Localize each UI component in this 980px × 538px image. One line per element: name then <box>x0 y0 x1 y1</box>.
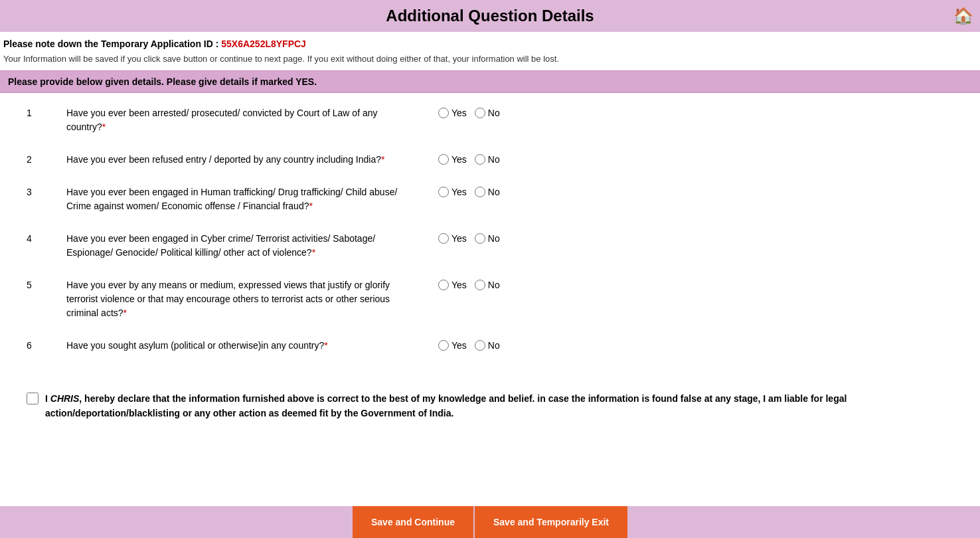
radio-group-6: Yes No <box>438 339 544 351</box>
radio-no-1[interactable] <box>475 108 485 118</box>
radio-yes-label-3[interactable]: Yes <box>438 187 467 197</box>
yes-label-6: Yes <box>451 340 467 351</box>
question-text-1: Have you ever been arrested/ prosecuted/… <box>66 106 412 134</box>
app-id-value: 55X6A252L8YFPCJ <box>221 39 306 49</box>
question-row: 3 Have you ever been engaged in Human tr… <box>27 185 953 213</box>
radio-yes-label-5[interactable]: Yes <box>438 280 467 290</box>
no-label-2: No <box>488 154 500 165</box>
declaration-name: CHRIS <box>50 393 80 404</box>
radio-yes-label-2[interactable]: Yes <box>438 154 467 165</box>
declaration-section: I CHRIS, hereby declare that the informa… <box>0 385 980 434</box>
yes-label-1: Yes <box>451 108 467 118</box>
required-marker-1: * <box>102 122 106 132</box>
radio-yes-5[interactable] <box>438 280 449 290</box>
radio-yes-2[interactable] <box>438 154 449 165</box>
save-exit-button[interactable]: Save and Temporarily Exit <box>475 506 627 538</box>
radio-no-4[interactable] <box>475 233 485 244</box>
declaration-text: I CHRIS, hereby declare that the informa… <box>45 391 953 421</box>
radio-group-5: Yes No <box>438 278 544 290</box>
no-label-1: No <box>488 108 500 118</box>
radio-no-5[interactable] <box>475 280 485 290</box>
radio-yes-label-1[interactable]: Yes <box>438 108 467 118</box>
yes-label-3: Yes <box>451 187 467 197</box>
question-row: 4 Have you ever been engaged in Cyber cr… <box>27 232 953 260</box>
question-row: 5 Have you ever by any means or medium, … <box>27 278 953 320</box>
question-number-4: 4 <box>27 232 66 244</box>
radio-no-3[interactable] <box>475 187 485 197</box>
radio-yes-6[interactable] <box>438 340 449 351</box>
radio-group-1: Yes No <box>438 106 544 118</box>
app-id-label: Please note down the Temporary Applicati… <box>3 39 218 49</box>
radio-group-3: Yes No <box>438 185 544 197</box>
question-number-3: 3 <box>27 185 66 197</box>
header-bar: Additional Question Details 🏠 <box>0 0 980 32</box>
question-text-5: Have you ever by any means or medium, ex… <box>66 278 412 320</box>
radio-no-label-6[interactable]: No <box>475 340 500 351</box>
required-marker-3: * <box>309 201 312 211</box>
radio-yes-label-4[interactable]: Yes <box>438 233 467 244</box>
required-marker-4: * <box>312 247 315 258</box>
declaration-checkbox[interactable] <box>27 393 39 404</box>
question-text-2: Have you ever been refused entry / depor… <box>66 153 412 167</box>
page-wrapper: Additional Question Details 🏠 Please not… <box>0 0 980 538</box>
home-icon[interactable]: 🏠 <box>953 7 973 25</box>
radio-yes-1[interactable] <box>438 108 449 118</box>
radio-yes-label-6[interactable]: Yes <box>438 340 467 351</box>
radio-no-label-2[interactable]: No <box>475 154 500 165</box>
questions-section: 1 Have you ever been arrested/ prosecute… <box>0 93 980 385</box>
question-number-2: 2 <box>27 153 66 165</box>
radio-yes-3[interactable] <box>438 187 449 197</box>
question-row: 2 Have you ever been refused entry / dep… <box>27 153 953 167</box>
question-text-6: Have you sought asylum (political or oth… <box>66 339 412 353</box>
radio-no-label-4[interactable]: No <box>475 233 500 244</box>
radio-group-4: Yes No <box>438 232 544 244</box>
required-marker-5: * <box>123 308 127 318</box>
radio-no-label-1[interactable]: No <box>475 108 500 118</box>
radio-no-label-3[interactable]: No <box>475 187 500 197</box>
info-text: Your Information will be saved if you cl… <box>0 52 980 70</box>
no-label-4: No <box>488 233 500 244</box>
radio-no-2[interactable] <box>475 154 485 165</box>
question-number-6: 6 <box>27 339 66 351</box>
yes-label-4: Yes <box>451 233 467 244</box>
required-marker-2: * <box>381 154 384 165</box>
question-row: 1 Have you ever been arrested/ prosecute… <box>27 106 953 134</box>
yes-label-5: Yes <box>451 280 467 290</box>
radio-no-6[interactable] <box>475 340 485 351</box>
radio-no-label-5[interactable]: No <box>475 280 500 290</box>
no-label-6: No <box>488 340 500 351</box>
question-text-4: Have you ever been engaged in Cyber crim… <box>66 232 412 260</box>
no-label-5: No <box>488 280 500 290</box>
save-continue-button[interactable]: Save and Continue <box>353 506 473 538</box>
question-row: 6 Have you sought asylum (political or o… <box>27 339 953 353</box>
page-title: Additional Question Details <box>0 7 980 25</box>
radio-group-2: Yes No <box>438 153 544 165</box>
question-number-5: 5 <box>27 278 66 290</box>
footer-bar: Save and Continue Save and Temporarily E… <box>0 506 980 538</box>
required-marker-6: * <box>324 340 327 351</box>
radio-yes-4[interactable] <box>438 233 449 244</box>
question-number-1: 1 <box>27 106 66 118</box>
no-label-3: No <box>488 187 500 197</box>
question-text-3: Have you ever been engaged in Human traf… <box>66 185 412 213</box>
yes-label-2: Yes <box>451 154 467 165</box>
app-id-row: Please note down the Temporary Applicati… <box>0 32 980 52</box>
instruction-bar: Please provide below given details. Plea… <box>0 70 980 93</box>
